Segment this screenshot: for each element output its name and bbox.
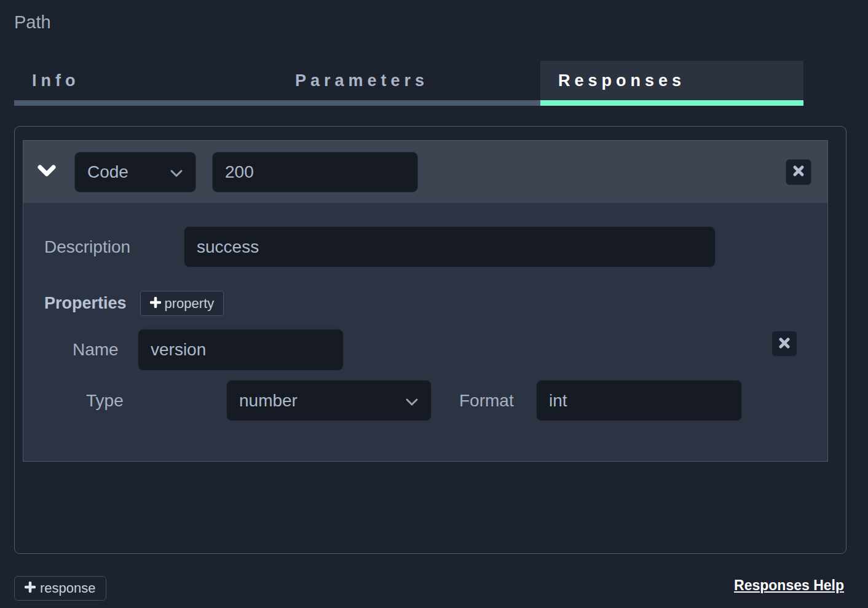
response-key-select[interactable]: Code [74, 152, 196, 192]
responses-panel: Code Description [14, 126, 846, 554]
remove-response-button[interactable] [786, 159, 811, 185]
response-card: Code Description [23, 140, 828, 462]
chevron-down-icon [37, 165, 56, 179]
remove-property-button[interactable] [771, 331, 797, 357]
add-property-button[interactable]: property [140, 291, 224, 316]
response-card-body: Description Properties property Na [23, 203, 827, 461]
close-icon [778, 337, 791, 351]
tab-info-label: Info [32, 71, 79, 90]
tab-bar: Info Parameters Responses [14, 61, 803, 106]
name-label: Name [73, 340, 119, 359]
add-response-label: response [40, 580, 96, 596]
property-format-input[interactable] [536, 380, 742, 421]
description-label-box: Description [44, 237, 184, 257]
close-icon [792, 165, 805, 179]
chevron-down-icon [170, 162, 183, 182]
page-title: Path [14, 12, 51, 33]
property-name-row: Name [73, 329, 827, 371]
collapse-response-button[interactable] [36, 163, 57, 181]
response-key-selected: Code [87, 162, 128, 182]
property-name-input[interactable] [138, 329, 344, 371]
description-input[interactable] [184, 226, 716, 267]
property-type-row: Type number Format [86, 380, 827, 421]
name-label-box: Name [73, 340, 138, 360]
type-label-box: Type [86, 391, 226, 411]
format-label: Format [459, 391, 514, 410]
property-type-select[interactable]: number [226, 380, 432, 421]
add-response-button[interactable]: response [14, 576, 106, 601]
add-property-label: property [165, 296, 215, 312]
type-label: Type [86, 391, 124, 410]
tab-parameters[interactable]: Parameters [277, 61, 540, 106]
tab-info[interactable]: Info [14, 61, 277, 106]
plus-icon [150, 296, 161, 312]
chevron-down-icon [405, 391, 419, 411]
properties-label: Properties [44, 294, 127, 313]
responses-help-link[interactable]: Responses Help [734, 577, 844, 594]
tab-responses-label: Responses [558, 71, 685, 90]
description-label: Description [44, 237, 130, 256]
description-row: Description [44, 226, 827, 267]
format-label-box: Format [459, 391, 536, 411]
tab-parameters-label: Parameters [295, 71, 428, 90]
response-card-header: Code [23, 141, 827, 203]
property-type-selected: number [239, 391, 298, 411]
plus-icon [25, 580, 36, 596]
tab-responses[interactable]: Responses [540, 61, 803, 106]
properties-row: Properties property [44, 291, 827, 316]
response-code-input[interactable] [212, 152, 418, 192]
